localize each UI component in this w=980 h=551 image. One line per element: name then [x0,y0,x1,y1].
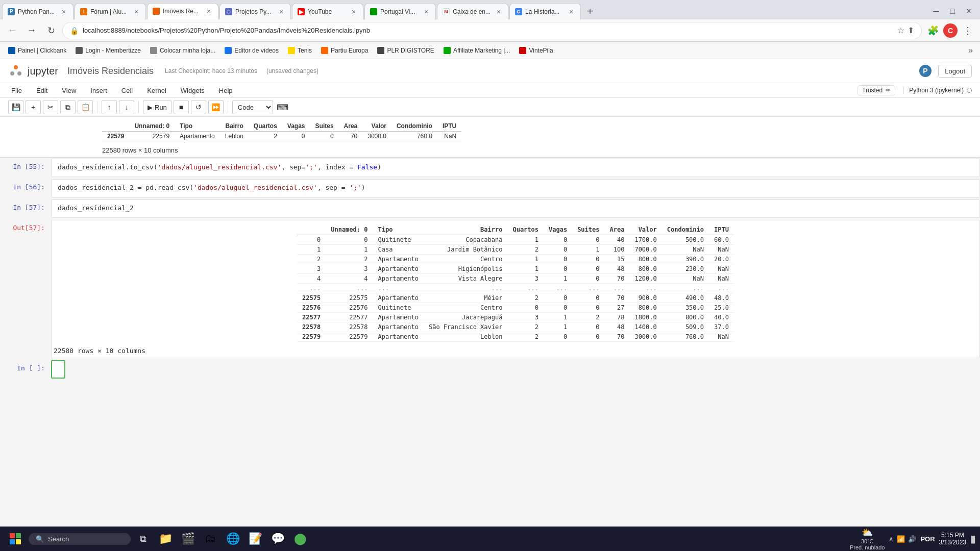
tab-gmail[interactable]: M Caixa de en... × [437,3,508,19]
chrome-icon: 🌐 [226,532,240,545]
table-cell-iptu: 20.0 [709,255,734,264]
taskbar-search-button[interactable]: 🔍 Search [29,533,131,545]
tray-up-arrow[interactable]: ∧ [889,535,894,543]
taskbar-task-view[interactable]: ⧉ [133,529,153,549]
bookmark-partiu[interactable]: Partiu Europa [317,45,372,56]
extensions-button[interactable]: 🧩 [925,22,941,39]
tab-close-python[interactable]: × [60,8,68,16]
logout-button[interactable]: Logout [938,65,972,78]
menu-file[interactable]: File [8,86,25,95]
bookmark-tenis[interactable]: Tenis [284,45,316,56]
clock-widget[interactable]: 5:15 PM 3/13/2023 [939,532,966,546]
taskbar-notes-icon[interactable]: 📝 [245,529,265,549]
tab-close-projetos[interactable]: × [277,8,285,16]
video-icon: 🎬 [181,532,195,545]
cell-57-container: In [57]: dados_residencial_2 [0,199,980,218]
table-cell-cond: 760.0 [662,332,709,342]
url-bar[interactable]: 🔒 localhost:8889/notebooks/Projetos%20Py… [62,22,922,39]
tab-python-pandas[interactable]: P Python Pan... × [2,3,74,19]
menu-edit[interactable]: Edit [33,86,51,95]
jupyter-header-right: P Logout [918,63,972,79]
bookmark-vintepila[interactable]: VintePila [515,45,557,56]
tab-forum[interactable]: f Fórum | Alu... × [75,3,146,19]
bookmark-membertizze[interactable]: Login - Membertizze [71,45,145,56]
tab-close-youtube[interactable]: × [350,8,358,16]
weather-widget[interactable]: ⛅ 30°C Pred. nublado [850,527,885,550]
interrupt-button[interactable]: ■ [174,100,189,114]
reload-button[interactable]: ↻ [43,22,59,39]
tab-historia[interactable]: G La Historia... × [509,3,581,19]
weather-desc: Pred. nublado [850,544,885,550]
tab-close-imoveis[interactable]: × [205,7,213,15]
run-button[interactable]: ▶ Run [143,100,172,114]
minimize-button[interactable]: ─ [929,4,943,18]
menu-widgets[interactable]: Widgets [178,86,208,95]
tab-youtube[interactable]: ▶ YouTube × [292,3,363,19]
cell-57-content[interactable]: dados_residencial_2 [51,199,980,218]
show-desktop-button[interactable]: ▮ [970,533,976,545]
trusted-indicator[interactable]: Trusted ✏ [857,85,895,95]
copy-cell-button[interactable]: ⧉ [60,100,76,114]
bookmark-label-clickbank: Painel | Clickbank [18,47,66,54]
share-icon[interactable]: ⬆ [908,26,914,35]
tray-volume-icon[interactable]: 🔊 [908,535,916,543]
menu-view[interactable]: View [59,86,79,95]
run-icon: ▶ [148,104,153,111]
bookmark-affiliate[interactable]: Affiliate Marketing |... [439,45,514,56]
empty-cell-content[interactable] [51,360,65,379]
restart-run-button[interactable]: ⏩ [208,100,224,114]
taskbar-whatsapp-icon[interactable]: 💬 [267,529,288,549]
bookmark-plr[interactable]: PLR DIGISTORE [373,45,438,56]
start-button[interactable] [4,528,27,550]
tab-close-forum[interactable]: × [132,8,140,16]
notebook-name[interactable]: Imóveis Residenciais [67,66,154,77]
tab-close-gmail[interactable]: × [495,8,503,16]
move-up-button[interactable]: ↑ [102,100,117,114]
profile-button[interactable]: C [943,23,958,38]
cut-cell-button[interactable]: ✂ [43,100,58,114]
bookmark-star-icon[interactable]: ☆ [897,26,904,35]
cell-55-content[interactable]: dados_residencial.to_csv('dados/aluguel_… [51,159,980,177]
table-cell-suites: 1 [572,245,604,255]
bookmark-loja[interactable]: Colocar minha loja... [146,45,219,56]
table-cell-suites: 0 [572,264,604,274]
taskbar-file-explorer[interactable]: 📁 [155,529,176,549]
table-cell-col0: 0 [326,235,373,245]
restart-button[interactable]: ↺ [191,100,206,114]
save-button[interactable]: 💾 [8,100,23,114]
back-button[interactable]: ← [4,22,20,39]
forward-button[interactable]: → [23,22,40,39]
taskbar-video-icon[interactable]: 🎬 [178,529,198,549]
menu-kernel[interactable]: Kernel [144,86,169,95]
taskbar-app-icon[interactable]: ⬤ [290,529,310,549]
move-down-button[interactable]: ↓ [119,100,134,114]
cell-type-select[interactable]: Code [232,100,273,114]
bookmark-editor[interactable]: Editor de vídeos [220,45,283,56]
taskbar-chrome-icon[interactable]: 🌐 [223,529,243,549]
bookmark-clickbank[interactable]: Painel | Clickbank [4,45,70,56]
add-cell-button[interactable]: + [26,100,41,114]
cell-56-content[interactable]: dados_residencial_2 = pd.read_csv('dados… [51,179,980,197]
tab-imoveis[interactable]: Imóveis Re... × [147,3,218,19]
menu-help[interactable]: Help [216,86,236,95]
tab-close-historia[interactable]: × [567,8,575,16]
cell-57-number: In [57]: [0,199,51,218]
tab-portugal[interactable]: Portugal Vi... × [364,3,436,19]
bookmarks-more-button[interactable]: » [965,45,976,56]
keyboard-shortcuts-button[interactable]: ⌨ [275,100,290,114]
taskbar-folder2-icon[interactable]: 🗂 [200,529,220,549]
bookmark-label-vintepila: VintePila [529,47,553,54]
tab-projetos[interactable]: ⬡ Projetos Py... × [219,3,291,19]
language-indicator[interactable]: POR [920,535,935,543]
tab-close-portugal[interactable]: × [422,8,430,16]
maximize-button[interactable]: □ [945,4,960,18]
menu-insert[interactable]: Insert [87,86,110,95]
table-cell-valor: 1700.0 [629,235,662,245]
new-tab-button[interactable]: + [582,3,598,19]
close-window-button[interactable]: × [962,4,976,18]
menu-cell[interactable]: Cell [118,86,136,95]
paste-cell-button[interactable]: 📋 [78,100,93,114]
tray-network-icon[interactable]: 📶 [897,535,905,543]
browser-menu-button[interactable]: ⋮ [960,22,976,39]
cell-55-container: In [55]: dados_residencial.to_csv('dados… [0,159,980,177]
